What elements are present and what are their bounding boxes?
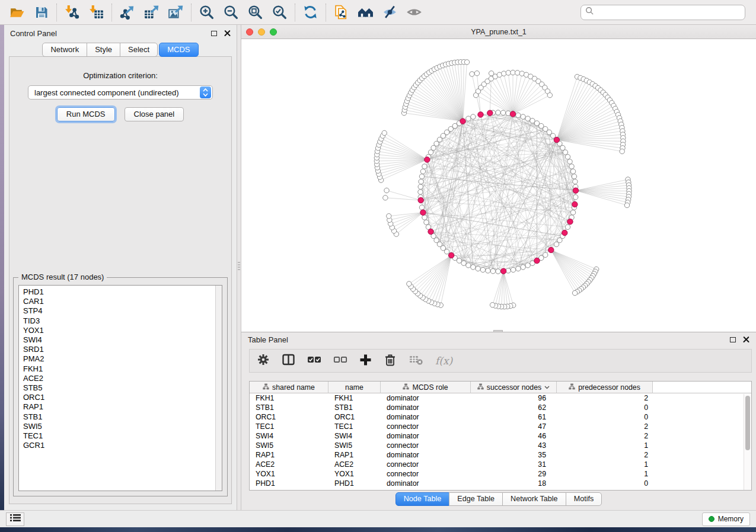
graph-node[interactable] <box>515 70 519 75</box>
table-row[interactable]: ACE2ACE2connector311 <box>250 460 751 469</box>
float-table-panel-icon[interactable] <box>730 337 736 342</box>
graph-node[interactable] <box>470 72 474 76</box>
hide-selected-button[interactable] <box>378 2 402 23</box>
graph-node[interactable] <box>565 155 570 159</box>
graph-node[interactable] <box>471 265 476 270</box>
graph-node[interactable] <box>516 266 521 271</box>
float-panel-icon[interactable] <box>211 31 217 36</box>
graph-node[interactable] <box>407 281 412 286</box>
graph-hub-node[interactable] <box>428 229 433 234</box>
graph-node[interactable] <box>547 92 552 97</box>
graph-node[interactable] <box>418 184 423 189</box>
graph-node[interactable] <box>516 113 521 117</box>
tab-style[interactable]: Style <box>87 43 120 57</box>
graph-node[interactable] <box>572 290 577 295</box>
graph-node[interactable] <box>496 269 500 274</box>
mcds-result-item[interactable]: YOX1 <box>23 326 222 335</box>
graph-node[interactable] <box>422 164 427 169</box>
graph-hub-node[interactable] <box>510 111 515 117</box>
mcds-result-item[interactable]: ORC1 <box>23 393 222 402</box>
graph-node[interactable] <box>383 196 388 200</box>
refresh-layout-button[interactable] <box>298 2 323 23</box>
mcds-result-item[interactable]: PMA2 <box>23 354 222 364</box>
graph-node[interactable] <box>418 190 423 194</box>
tab-network-table[interactable]: Network Table <box>502 492 566 506</box>
graph-node[interactable] <box>620 149 624 153</box>
run-mcds-button[interactable]: Run MCDS <box>57 107 115 121</box>
create-column-button[interactable] <box>359 354 372 368</box>
minimize-window-traffic-light[interactable] <box>258 28 265 36</box>
show-all-columns-button[interactable] <box>307 353 321 368</box>
mcds-result-item[interactable]: STB5 <box>23 383 222 393</box>
graph-hub-node[interactable] <box>478 112 483 117</box>
graph-node[interactable] <box>422 215 427 220</box>
close-panel-icon[interactable] <box>224 30 231 37</box>
graph-node[interactable] <box>419 205 424 210</box>
column-header-successor-nodes[interactable]: successor nodes <box>471 382 557 393</box>
graph-node[interactable] <box>511 70 515 75</box>
graph-node[interactable] <box>563 150 567 155</box>
column-header-shared-name[interactable]: shared name <box>250 382 328 393</box>
table-row[interactable]: SWI5SWI5connector431 <box>250 441 751 450</box>
graph-node[interactable] <box>486 268 490 273</box>
mcds-result-item[interactable]: CAR1 <box>23 297 222 306</box>
graph-hub-node[interactable] <box>573 188 578 193</box>
mcds-result-item[interactable]: SWI4 <box>23 335 222 345</box>
table-row[interactable]: ORC1ORC1dominator610 <box>250 412 751 422</box>
graph-node[interactable] <box>521 114 525 119</box>
graph-node[interactable] <box>506 70 511 75</box>
home-button[interactable] <box>353 2 378 23</box>
table-row[interactable]: PHD1PHD1dominator180 <box>250 479 751 488</box>
task-history-button[interactable] <box>6 512 24 526</box>
graph-node[interactable] <box>480 267 485 272</box>
graph-node[interactable] <box>466 263 471 268</box>
graph-node[interactable] <box>490 269 495 274</box>
mcds-result-item[interactable]: PHD1 <box>23 287 222 297</box>
graph-hub-node[interactable] <box>500 268 506 274</box>
graph-node[interactable] <box>624 203 629 207</box>
mcds-result-item[interactable]: SWI5 <box>23 422 222 431</box>
export-network-button[interactable] <box>115 2 139 23</box>
zoom-in-button[interactable] <box>194 2 219 23</box>
graph-node[interactable] <box>570 169 575 174</box>
mcds-result-item[interactable]: TID3 <box>23 316 222 326</box>
tab-edge-table[interactable]: Edge Table <box>449 492 503 506</box>
graph-node[interactable] <box>474 71 479 76</box>
mcds-result-item[interactable]: RAP1 <box>23 402 222 412</box>
mcds-result-item[interactable]: STP4 <box>23 306 222 316</box>
table-row[interactable]: STB1STB1dominator620 <box>250 403 751 412</box>
graph-node[interactable] <box>428 150 433 155</box>
duplicate-network-button[interactable] <box>329 2 353 23</box>
zoom-fit-button[interactable] <box>243 2 267 23</box>
graph-node[interactable] <box>466 116 471 121</box>
zoom-selected-button[interactable] <box>267 2 292 23</box>
graph-node[interactable] <box>573 195 578 200</box>
network-canvas[interactable] <box>241 39 756 331</box>
mcds-result-item[interactable]: ACE2 <box>23 374 222 383</box>
graph-hub-node[interactable] <box>548 247 554 252</box>
graph-hub-node[interactable] <box>448 252 454 258</box>
graph-hub-node[interactable] <box>562 230 567 235</box>
save-session-button[interactable] <box>29 2 53 23</box>
mcds-result-item[interactable]: GCR1 <box>23 441 222 450</box>
table-scrollbar-thumb[interactable] <box>745 396 750 450</box>
close-window-traffic-light[interactable] <box>246 28 253 36</box>
delete-table-button[interactable] <box>409 353 423 368</box>
mcds-result-item[interactable]: SRD1 <box>23 345 222 354</box>
tab-mcds[interactable]: MCDS <box>159 43 198 57</box>
graph-node[interactable] <box>502 71 506 76</box>
graph-node[interactable] <box>384 188 389 193</box>
graph-node[interactable] <box>461 261 466 265</box>
show-all-button[interactable] <box>402 2 426 23</box>
split-column-button[interactable] <box>282 353 295 368</box>
graph-node[interactable] <box>500 110 505 115</box>
column-header-MCDS-role[interactable]: MCDS role <box>381 382 471 393</box>
vertical-splitter[interactable] <box>237 25 241 510</box>
column-header-predecessor-nodes[interactable]: predecessor nodes <box>557 382 653 393</box>
table-row[interactable]: YOX1YOX1connector291 <box>250 469 751 479</box>
import-network-button[interactable] <box>60 2 84 23</box>
graph-hub-node[interactable] <box>554 137 559 142</box>
graph-node[interactable] <box>570 210 575 214</box>
tab-network[interactable]: Network <box>42 43 87 57</box>
table-row[interactable]: SWI4SWI4dominator462 <box>250 431 751 441</box>
